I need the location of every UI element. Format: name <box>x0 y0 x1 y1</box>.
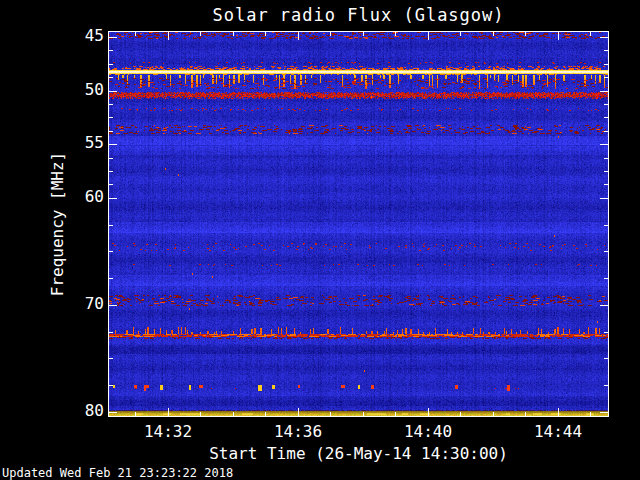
spectrogram-window: Solar radio Flux (Glasgow) Frequency [MH… <box>0 0 640 480</box>
y-tick-label-50: 50 <box>58 81 104 99</box>
y-tick-label-60: 60 <box>58 188 104 206</box>
chart-title: Solar radio Flux (Glasgow) <box>108 5 609 25</box>
y-tick-label-45: 45 <box>58 27 104 45</box>
x-axis-label: Start Time (26-May-14 14:30:00) <box>108 444 609 463</box>
updated-timestamp: Updated Wed Feb 21 23:23:22 2018 <box>2 466 233 480</box>
y-tick-label-80: 80 <box>58 402 104 420</box>
x-tick-label-1436: 14:36 <box>266 423 330 441</box>
y-tick-label-55: 55 <box>58 134 104 152</box>
y-axis-label: Frequency [MHz] <box>48 152 67 297</box>
y-tick-label-70: 70 <box>58 295 104 313</box>
x-tick-label-1432: 14:32 <box>136 423 200 441</box>
x-tick-label-1444: 14:44 <box>526 423 590 441</box>
x-tick-label-1440: 14:40 <box>396 423 460 441</box>
spectrogram-plot <box>108 31 609 417</box>
